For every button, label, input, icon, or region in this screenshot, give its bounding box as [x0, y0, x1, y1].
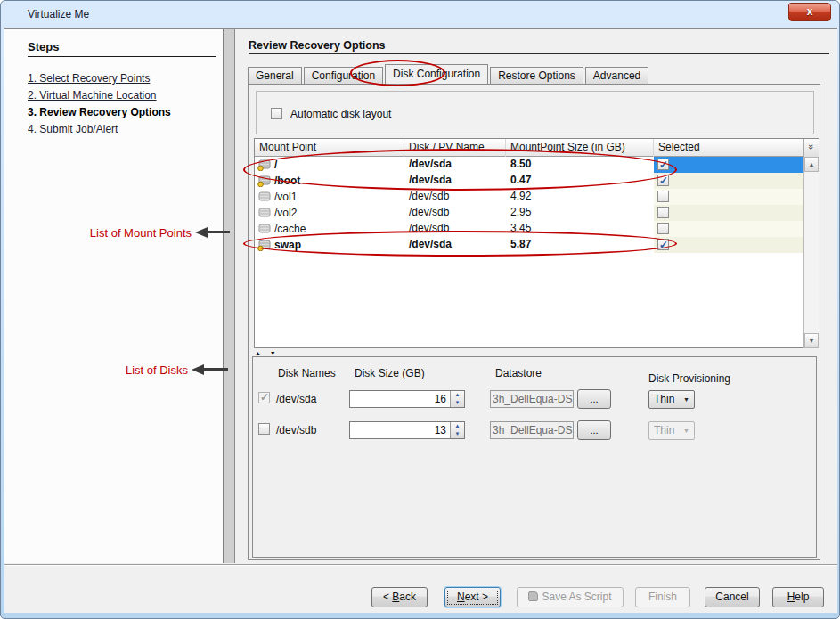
disk-icon [257, 208, 271, 219]
chevron-down-icon: ▼ [683, 391, 689, 408]
disk-lock-icon [257, 175, 271, 187]
spinner-buttons[interactable]: ▲ ▼ [450, 391, 464, 407]
disk-name: /dev/sdb [276, 424, 316, 436]
row-selected-checkbox[interactable] [657, 175, 669, 186]
disk-names-header: Disk Names [278, 367, 336, 379]
row-selected-checkbox[interactable] [657, 223, 669, 234]
cancel-button[interactable]: Cancel [705, 587, 760, 607]
save-as-script-button: Save As Script [517, 587, 624, 607]
col-disk-pv-name[interactable]: Disk / PV Name [404, 139, 506, 157]
disk-icon [257, 224, 271, 235]
spinner-up-icon[interactable]: ▲ [451, 422, 464, 430]
page-title-divider [249, 53, 829, 54]
automatic-disk-layout-label: Automatic disk layout [290, 108, 391, 120]
provisioning-select[interactable]: Thin ▼ [648, 390, 695, 409]
mount-points-table: Mount Point Disk / PV Name MountPoint Si… [254, 138, 819, 348]
table-row[interactable]: /cache /dev/sdb 3.45 [255, 221, 803, 237]
row-selected-checkbox[interactable] [657, 159, 669, 170]
finish-button: Finish [635, 587, 690, 607]
row-selected-checkbox[interactable] [657, 191, 669, 202]
disk-size-input[interactable]: 13 ▲ ▼ [349, 421, 465, 439]
row-selected-checkbox[interactable] [657, 239, 669, 250]
script-icon [528, 591, 538, 601]
disk-lock-icon [257, 159, 271, 171]
datastore-header: Datastore [495, 367, 542, 379]
provisioning-select: Thin ▼ [648, 421, 695, 440]
disks-arrow-shaft [203, 368, 228, 371]
footer-divider [4, 564, 837, 566]
disk-size-input[interactable]: 16 ▲ ▼ [349, 390, 465, 408]
window-title: Virtualize Me [28, 8, 89, 20]
spinner-up-icon[interactable]: ▲ [451, 391, 464, 399]
steps-sidebar: Steps 1. Select Recovery Points 2. Virtu… [4, 29, 224, 563]
chevron-down-icon: ▼ [683, 422, 689, 439]
automatic-layout-group: Automatic disk layout [256, 91, 814, 134]
col-selected[interactable]: Selected [654, 139, 803, 157]
virtualize-me-window: Virtualize Me x Steps 1. Select Recovery… [0, 0, 840, 619]
tab-general[interactable]: General [248, 67, 302, 84]
disk-lock-icon [257, 240, 271, 251]
back-button[interactable]: < Back [371, 587, 428, 607]
scroll-down-icon[interactable]: ▼ [804, 333, 819, 348]
next-button[interactable]: Next > [444, 587, 501, 607]
disk-select-checkbox[interactable] [258, 423, 270, 435]
tab-disk-configuration[interactable]: Disk Configuration [385, 64, 488, 84]
mount-points-arrow-icon [195, 227, 208, 238]
close-icon: x [807, 5, 813, 18]
step-select-recovery-points[interactable]: 1. Select Recovery Points [28, 72, 150, 85]
tab-configuration[interactable]: Configuration [304, 67, 383, 84]
table-row[interactable]: /vol2 /dev/sdb 2.95 [255, 205, 803, 221]
mount-points-arrow-shaft [207, 231, 230, 233]
disk-row: /dev/sdb 13 ▲ ▼ 3h_DellEqua-DS1 ... Thin… [253, 420, 816, 440]
disk-provisioning-header: Disk Provisioning [648, 372, 730, 385]
table-row[interactable]: /boot /dev/sda 0.47 [255, 173, 803, 189]
disk-size-header: Disk Size (GB) [355, 367, 425, 379]
page-title: Review Recovery Options [249, 39, 386, 52]
datastore-browse-button[interactable]: ... [577, 420, 611, 440]
dialog-body: Steps 1. Select Recovery Points 2. Virtu… [4, 28, 837, 613]
table-row[interactable]: / /dev/sda 8.50 [255, 157, 803, 173]
steps-divider [28, 56, 216, 57]
scroll-up-icon[interactable]: ▲ [804, 157, 819, 172]
double-chevron-down-icon: » [803, 144, 820, 150]
step-submit-job-alert[interactable]: 4. Submit Job/Alert [28, 123, 118, 135]
column-chooser-button[interactable]: » [803, 139, 819, 157]
datastore-browse-button[interactable]: ... [577, 389, 611, 409]
tab-strip: General Configuration Disk Configuration… [248, 64, 650, 84]
table-row[interactable]: /vol1 /dev/sdb 4.92 [255, 189, 803, 205]
close-button[interactable]: x [788, 3, 831, 21]
disks-arrow-icon [192, 364, 204, 375]
disk-row: /dev/sda 16 ▲ ▼ 3h_DellEqua-DS1 ... Thin… [253, 389, 816, 409]
disk-name: /dev/sda [276, 393, 316, 405]
col-mount-point[interactable]: Mount Point [255, 139, 404, 157]
help-button[interactable]: Help [772, 587, 824, 607]
steps-header: Steps [28, 40, 59, 53]
tab-restore-options[interactable]: Restore Options [490, 67, 583, 84]
datastore-field: 3h_DellEqua-DS1 [490, 421, 574, 439]
disks-panel: Disk Names Disk Size (GB) Datastore Disk… [252, 356, 817, 558]
row-selected-checkbox[interactable] [657, 207, 669, 218]
title-bar[interactable]: Virtualize Me x [1, 1, 839, 28]
disk-select-checkbox [258, 392, 270, 403]
step-virtual-machine-location[interactable]: 2. Virtual Machine Location [28, 89, 157, 102]
tab-advanced[interactable]: Advanced [585, 67, 648, 84]
spinner-buttons[interactable]: ▲ ▼ [450, 422, 464, 438]
step-review-recovery-options: 3. Review Recovery Options [28, 106, 171, 118]
disk-configuration-panel: Automatic disk layout Mount Point Disk /… [248, 84, 820, 560]
disk-icon [257, 191, 271, 203]
panel-splitter-handle[interactable]: ▲ ▼ [255, 350, 280, 356]
sidebar-splitter[interactable] [224, 29, 235, 563]
datastore-field: 3h_DellEqua-DS1 [490, 390, 574, 408]
col-mountpoint-size[interactable]: MountPoint Size (in GB) [506, 139, 654, 157]
automatic-disk-layout-checkbox[interactable] [271, 108, 282, 119]
spinner-down-icon[interactable]: ▼ [451, 430, 464, 438]
table-row[interactable]: swap /dev/sda 5.87 [255, 237, 803, 253]
table-scrollbar[interactable]: ▲ ▼ [803, 157, 819, 348]
spinner-down-icon[interactable]: ▼ [451, 399, 464, 407]
table-header: Mount Point Disk / PV Name MountPoint Si… [255, 139, 818, 157]
